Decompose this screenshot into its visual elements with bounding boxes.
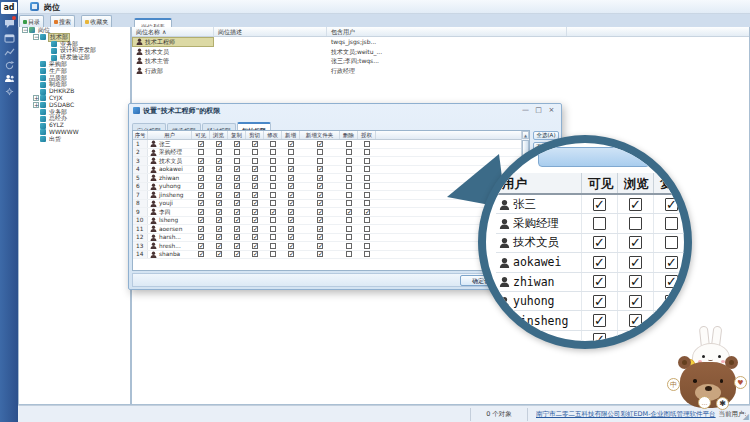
perm-checkbox[interactable] <box>288 149 294 155</box>
perm-checkbox[interactable] <box>198 149 204 155</box>
perm-checkbox[interactable] <box>288 192 294 198</box>
perm-checkbox[interactable] <box>288 141 294 147</box>
close-icon[interactable]: × <box>545 105 558 115</box>
perm-checkbox[interactable] <box>317 226 323 232</box>
perm-checkbox[interactable] <box>288 158 294 164</box>
perm-checkbox[interactable] <box>216 234 222 240</box>
perm-checkbox[interactable] <box>198 141 204 147</box>
perm-checkbox[interactable] <box>216 217 222 223</box>
perm-checkbox[interactable] <box>364 209 370 215</box>
perm-checkbox[interactable] <box>216 149 222 155</box>
perm-checkbox[interactable] <box>252 226 258 232</box>
perm-checkbox[interactable] <box>364 192 370 198</box>
tree-item[interactable]: −出货 <box>19 136 130 143</box>
perm-checkbox[interactable] <box>346 243 352 249</box>
perm-checkbox[interactable] <box>216 175 222 181</box>
perm-checkbox[interactable] <box>317 175 323 181</box>
settings-gear-icon[interactable] <box>0 85 18 97</box>
perm-checkbox[interactable] <box>234 243 240 249</box>
perm-checkbox[interactable] <box>234 200 240 206</box>
users-icon[interactable] <box>0 72 18 84</box>
permission-row[interactable]: 1张三 <box>133 140 529 149</box>
perm-checkbox[interactable] <box>198 192 204 198</box>
perm-checkbox[interactable] <box>346 183 352 189</box>
app-logo[interactable]: ad <box>1 2 17 14</box>
heart-badge[interactable]: ♥ <box>734 376 747 389</box>
tree-item[interactable]: +DSDABC <box>19 102 130 109</box>
perm-checkbox[interactable] <box>270 209 276 215</box>
perm-checkbox[interactable] <box>234 217 240 223</box>
perm-checkbox[interactable] <box>234 251 240 257</box>
perm-checkbox[interactable] <box>346 226 352 232</box>
coin-badge[interactable]: 中 <box>667 378 680 391</box>
tree-item[interactable]: −研发验证部 <box>19 54 130 61</box>
perm-checkbox[interactable] <box>317 217 323 223</box>
minimize-button[interactable]: — <box>519 105 532 115</box>
perm-checkbox[interactable] <box>288 234 294 240</box>
dots-badge[interactable]: … <box>698 396 711 409</box>
perm-checkbox[interactable] <box>216 158 222 164</box>
perm-checkbox[interactable] <box>252 200 258 206</box>
column-header[interactable]: 可见 <box>192 131 210 139</box>
perm-checkbox[interactable] <box>216 226 222 232</box>
perm-checkbox[interactable] <box>252 141 258 147</box>
tree-item[interactable]: −品质部 <box>19 75 130 82</box>
perm-checkbox[interactable] <box>317 141 323 147</box>
perm-checkbox[interactable] <box>270 149 276 155</box>
perm-checkbox[interactable] <box>317 166 323 172</box>
tab-directory[interactable]: 目录 <box>19 15 44 27</box>
perm-checkbox[interactable] <box>252 158 258 164</box>
perm-checkbox[interactable] <box>270 183 276 189</box>
column-header[interactable]: 用户 <box>148 131 192 139</box>
perm-checkbox[interactable] <box>198 166 204 172</box>
perm-checkbox[interactable] <box>234 158 240 164</box>
perm-checkbox[interactable] <box>346 175 352 181</box>
perm-checkbox[interactable] <box>364 251 370 257</box>
perm-checkbox[interactable] <box>270 234 276 240</box>
column-header[interactable]: 序号 <box>133 131 148 139</box>
perm-checkbox[interactable] <box>317 183 323 189</box>
perm-checkbox[interactable] <box>234 209 240 215</box>
perm-checkbox[interactable] <box>252 149 258 155</box>
perm-checkbox[interactable] <box>364 166 370 172</box>
perm-checkbox[interactable] <box>270 217 276 223</box>
chat-icon[interactable] <box>0 17 18 29</box>
perm-checkbox[interactable] <box>364 234 370 240</box>
perm-checkbox[interactable] <box>364 243 370 249</box>
perm-checkbox[interactable] <box>198 234 204 240</box>
perm-checkbox[interactable] <box>234 226 240 232</box>
column-header[interactable]: 授权 <box>358 131 376 139</box>
perm-checkbox[interactable] <box>252 209 258 215</box>
perm-checkbox[interactable] <box>288 251 294 257</box>
perm-checkbox[interactable] <box>346 217 352 223</box>
maximize-button[interactable]: □ <box>532 105 545 115</box>
perm-checkbox[interactable] <box>216 141 222 147</box>
perm-checkbox[interactable] <box>198 243 204 249</box>
perm-checkbox[interactable] <box>346 200 352 206</box>
collapse-icon[interactable]: − <box>33 34 39 40</box>
perm-checkbox[interactable] <box>288 243 294 249</box>
perm-checkbox[interactable] <box>198 209 204 215</box>
tree-item[interactable]: −WWWWW <box>19 129 130 136</box>
perm-checkbox[interactable] <box>252 175 258 181</box>
perm-checkbox[interactable] <box>270 200 276 206</box>
column-header[interactable]: 新增 <box>282 131 300 139</box>
perm-checkbox[interactable] <box>270 166 276 172</box>
perm-checkbox[interactable] <box>234 183 240 189</box>
column-header[interactable]: 复制 <box>228 131 246 139</box>
perm-checkbox[interactable] <box>288 175 294 181</box>
perm-checkbox[interactable] <box>288 226 294 232</box>
column-header[interactable]: 浏览 <box>210 131 228 139</box>
perm-checkbox[interactable] <box>252 183 258 189</box>
perm-checkbox[interactable] <box>364 175 370 181</box>
perm-checkbox[interactable] <box>216 251 222 257</box>
perm-checkbox[interactable] <box>198 183 204 189</box>
expand-icon[interactable]: + <box>33 102 39 108</box>
tree-item[interactable]: −采购部 <box>19 61 130 68</box>
perm-checkbox[interactable] <box>234 175 240 181</box>
perm-checkbox[interactable] <box>346 192 352 198</box>
perm-checkbox[interactable] <box>346 141 352 147</box>
perm-checkbox[interactable] <box>317 200 323 206</box>
tree-item[interactable]: −制造部 <box>19 81 130 88</box>
perm-checkbox[interactable] <box>198 158 204 164</box>
